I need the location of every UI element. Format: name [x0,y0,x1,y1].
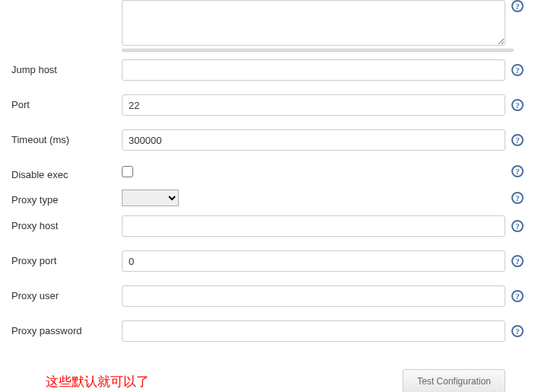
help-icon[interactable]: ? [511,290,524,302]
proxy-port-input[interactable] [122,250,505,272]
disable-exec-label: Disable exec [11,164,122,180]
resize-handle-bar[interactable] [122,49,514,52]
test-configuration-button[interactable]: Test Configuration [403,369,505,392]
proxy-type-label: Proxy type [11,190,122,206]
proxy-port-label: Proxy port [11,250,122,266]
jump-host-input[interactable] [122,59,505,81]
proxy-password-row: Proxy password ? [11,320,524,342]
disable-exec-checkbox[interactable] [122,166,133,177]
disable-exec-row: Disable exec ? [11,164,524,180]
help-icon[interactable]: ? [511,99,524,111]
svg-text:?: ? [515,100,520,110]
description-textarea[interactable] [122,0,505,46]
proxy-user-row: Proxy user ? [11,285,524,307]
help-icon[interactable]: ? [511,192,524,204]
svg-text:?: ? [515,135,520,145]
timeout-row: Timeout (ms) ? [11,129,524,151]
svg-text:?: ? [515,257,520,266]
svg-text:?: ? [515,2,520,11]
textarea-row: ? [11,0,524,46]
proxy-host-row: Proxy host ? [11,215,524,237]
svg-text:?: ? [515,167,520,176]
help-icon[interactable]: ? [511,64,524,76]
timeout-input[interactable] [122,129,505,151]
help-icon[interactable]: ? [511,325,524,337]
svg-text:?: ? [515,221,520,231]
jump-host-label: Jump host [11,59,122,75]
help-icon[interactable]: ? [511,0,524,12]
port-label: Port [11,94,122,110]
proxy-port-row: Proxy port ? [11,250,524,272]
form-container: ? Jump host ? Port ? Timeout (ms) ? [0,0,535,363]
svg-text:?: ? [515,292,520,301]
jump-host-row: Jump host ? [11,59,524,81]
proxy-user-label: Proxy user [11,285,122,301]
proxy-type-select[interactable] [122,190,179,206]
help-icon[interactable]: ? [511,165,524,177]
annotation-note: 这些默认就可以了 [46,373,149,390]
proxy-type-row: Proxy type ? [11,190,524,206]
help-icon[interactable]: ? [511,255,524,267]
proxy-password-label: Proxy password [11,320,122,336]
proxy-password-input[interactable] [122,320,505,342]
proxy-host-label: Proxy host [11,215,122,231]
help-icon[interactable]: ? [511,134,524,146]
help-icon[interactable]: ? [511,220,524,232]
bottom-row: 这些默认就可以了 Test Configuration [0,363,535,392]
proxy-user-input[interactable] [122,285,505,307]
proxy-host-input[interactable] [122,215,505,237]
port-input[interactable] [122,94,505,116]
svg-text:?: ? [515,327,520,336]
timeout-label: Timeout (ms) [11,129,122,145]
port-row: Port ? [11,94,524,116]
svg-text:?: ? [515,65,520,75]
svg-text:?: ? [515,193,520,202]
